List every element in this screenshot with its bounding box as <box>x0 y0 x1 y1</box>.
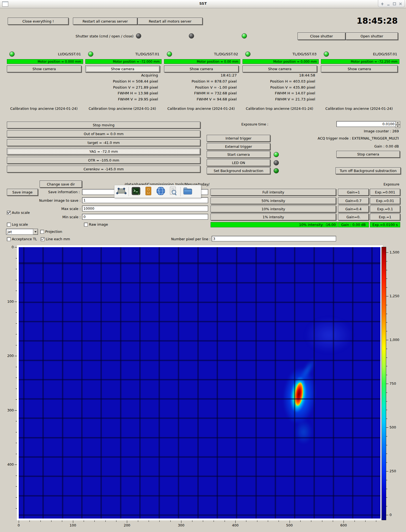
log-scale-checkbox[interactable] <box>7 223 11 227</box>
axis-tick <box>386 314 387 314</box>
gain-07-button[interactable]: Gain=0.7 <box>338 197 369 204</box>
camera3-fwhm-h: FWHM H = 732.68 pixel <box>164 91 237 95</box>
yag-button[interactable]: YAG = -72.0 mm <box>7 148 200 155</box>
x-axis-tick <box>235 520 236 523</box>
otr-button[interactable]: OTR = -105.0 mm <box>7 157 200 164</box>
ten-intensity-button[interactable]: 10% intensity <box>211 206 336 212</box>
close-shutter-button[interactable]: Close shutter <box>298 32 345 40</box>
spin-up-icon[interactable] <box>395 121 400 125</box>
y-axis-tick <box>15 247 17 247</box>
external-trigger-button[interactable]: External trigger <box>207 143 270 150</box>
full-intensity-button[interactable]: Full intensity <box>211 189 336 196</box>
exposure-spinner[interactable] <box>395 121 400 128</box>
camera3-name: TL/DG/SST.02 <box>164 52 238 56</box>
axis-tick <box>16 323 17 324</box>
exp-001-button[interactable]: Exp.=0.01 <box>370 197 400 204</box>
x-axis-tick-label: 500 <box>284 523 295 527</box>
axis-tick <box>386 261 387 261</box>
exp-1-button[interactable]: Exp.=1 <box>370 214 400 220</box>
axis-tick <box>40 520 41 522</box>
set-background-button[interactable]: Set Background substraction <box>207 167 270 174</box>
save-image-button[interactable]: Save image <box>7 189 38 196</box>
axis-tick <box>16 432 17 432</box>
camera4-fwhm-h: FWHM H = 14.07 pixel <box>242 91 315 95</box>
gain-0-button[interactable]: Gain=0. <box>338 214 369 220</box>
min-scale-label: Min scale : <box>41 215 81 219</box>
colorbar-tick <box>386 471 388 471</box>
axis-tick <box>355 520 355 522</box>
colorbar <box>382 247 386 520</box>
colorbar-tick <box>386 252 388 253</box>
restart-motors-button[interactable]: Restart all motors server <box>138 18 203 25</box>
max-scale-input[interactable] <box>82 206 208 211</box>
beam-image-plot[interactable] <box>19 247 380 519</box>
x-axis-tick <box>127 520 127 523</box>
x-axis-tick-label: 0 <box>13 523 24 527</box>
gain-04-button[interactable]: Gain=0.4 <box>338 206 369 212</box>
terminal-icon[interactable] <box>131 186 141 197</box>
web-browser-icon[interactable] <box>156 186 166 197</box>
colormap-value: jet <box>6 230 33 234</box>
axis-tick <box>386 322 387 323</box>
shade-icon[interactable] <box>380 2 384 6</box>
stop-moving-button[interactable]: Stop moving <box>7 122 200 129</box>
exposure-time-input[interactable] <box>336 121 396 127</box>
document-search-icon[interactable] <box>168 186 178 197</box>
turn-off-background-button[interactable]: Turn off Background substraction <box>336 167 401 174</box>
maximize-icon[interactable] <box>393 2 396 6</box>
save-information-label: Save information : <box>41 190 80 194</box>
y-axis-tick-label: 300 <box>2 408 14 412</box>
axis-tick <box>322 520 322 522</box>
out-of-beam-button[interactable]: Out of beam = 0.0 mm <box>7 130 200 137</box>
internal-trigger-button[interactable]: Internal trigger <box>207 135 270 142</box>
raw-image-checkbox[interactable] <box>84 223 88 227</box>
window-controls <box>378 0 405 7</box>
line-each-mm-checkbox[interactable] <box>41 237 45 241</box>
file-archive-icon[interactable] <box>143 186 154 197</box>
minimize-icon[interactable] <box>386 2 390 6</box>
cerenkov-button[interactable]: Cerenkov = -145.0 mm <box>7 166 200 173</box>
chevron-down-icon[interactable] <box>33 229 38 234</box>
camera4-calibration: Calibration trop ancienne (2024-01-24) <box>242 107 317 111</box>
camera4-show-button[interactable]: Show camera <box>242 66 317 72</box>
gain-1-button[interactable]: Gain=1 <box>338 189 369 196</box>
acceptance-tl-checkbox[interactable] <box>7 237 11 241</box>
projection-checkbox[interactable] <box>40 230 44 234</box>
axis-tick <box>16 497 17 498</box>
stop-camera-button[interactable]: Stop camera <box>336 151 400 158</box>
exp-01-button[interactable]: Exp.=0.1 <box>370 206 400 212</box>
gain-readout: Gain : 0.00 dB <box>344 144 399 148</box>
camera1-show-button[interactable]: Show camera <box>7 66 81 72</box>
y-axis-tick <box>15 465 17 465</box>
auto-scale-checkbox[interactable] <box>7 211 11 215</box>
half-intensity-button[interactable]: 50% intensity <box>211 197 336 204</box>
exp-0001-button[interactable]: Exp.=0.001 <box>370 189 400 196</box>
camera2-show-button[interactable]: Show camera <box>85 66 160 72</box>
colorbar-tick-label: 250 <box>389 469 403 473</box>
close-icon[interactable] <box>399 2 402 6</box>
open-shutter-button[interactable]: Open shutter <box>346 32 398 40</box>
colormap-select[interactable]: jet <box>6 229 38 235</box>
screen-layout-icon[interactable] <box>116 186 127 197</box>
pixel-per-line-input[interactable] <box>212 236 336 241</box>
spin-down-icon[interactable] <box>395 125 400 128</box>
start-camera-button[interactable]: Start camera <box>207 151 270 158</box>
min-scale-input[interactable] <box>82 214 208 220</box>
x-axis-tick <box>73 520 73 523</box>
restart-cameras-button[interactable]: Restart all cameras server <box>73 18 137 25</box>
camera3-show-button[interactable]: Show camera <box>164 66 239 72</box>
target-button[interactable]: target = -41.0 mm <box>7 139 200 146</box>
camera5-show-button[interactable]: Show camera <box>321 66 398 72</box>
axis-tick <box>16 367 17 367</box>
shutter-state-label: Shutter state (cmd / open / close) <box>63 34 133 38</box>
image-counter: Image counter : 269 <box>330 129 399 133</box>
led-on-button[interactable]: LED ON <box>207 159 270 166</box>
colorbar-tick <box>386 515 388 515</box>
one-intensity-button[interactable]: 1% intensity <box>211 214 336 220</box>
camera4-fwhm-v: FWHM V = 21.73 pixel <box>242 97 315 101</box>
number-image-input[interactable] <box>82 197 208 203</box>
file-manager-icon[interactable] <box>182 186 193 197</box>
change-save-dir-button[interactable]: Change save dir <box>40 181 82 188</box>
close-everything-button[interactable]: Close everything ! <box>8 18 69 25</box>
camera2-fwhm-h: FWHM H = 13.98 pixel <box>85 91 158 95</box>
